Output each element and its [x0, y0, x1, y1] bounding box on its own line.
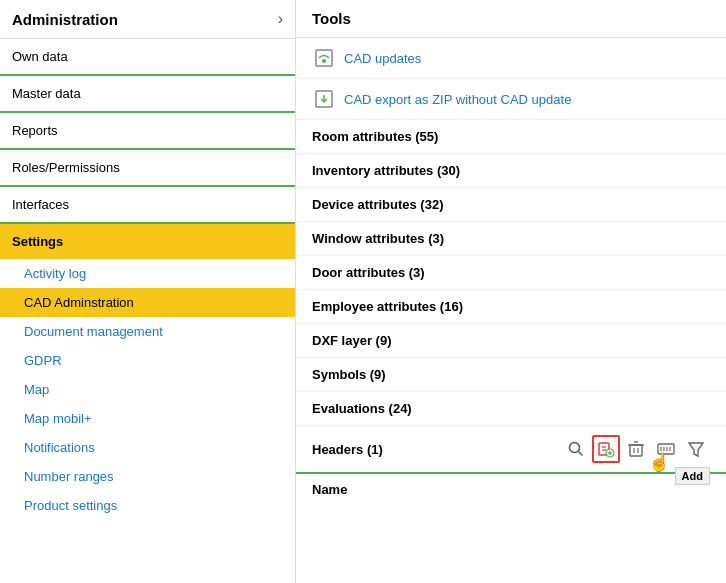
sidebar-header: Administration ›: [0, 0, 295, 39]
sidebar-sub-item-document-management[interactable]: Document management: [0, 317, 295, 346]
add-button[interactable]: [592, 435, 620, 463]
sidebar-item-master-data[interactable]: Master data: [0, 76, 295, 113]
sidebar-title: Administration: [12, 11, 118, 28]
svg-marker-22: [689, 443, 703, 456]
cad-export-icon: [312, 87, 336, 111]
name-column-header: Name: [296, 474, 726, 505]
main-header: Tools: [296, 0, 726, 38]
delete-button[interactable]: [622, 435, 650, 463]
sidebar-item-interfaces[interactable]: Interfaces: [0, 187, 295, 224]
svg-point-4: [570, 443, 580, 453]
svg-point-1: [322, 59, 326, 63]
attribute-item-evaluations[interactable]: Evaluations (24): [296, 392, 726, 426]
svg-line-5: [579, 452, 583, 456]
sidebar: Administration › Own data Master data Re…: [0, 0, 296, 583]
cad-updates-icon: [312, 46, 336, 70]
attribute-item-symbols[interactable]: Symbols (9): [296, 358, 726, 392]
headers-row: Headers (1): [296, 426, 726, 474]
tools-section: CAD updates CAD export as ZIP without CA…: [296, 38, 726, 120]
attribute-item-door[interactable]: Door attributes (3): [296, 256, 726, 290]
attribute-item-dxf-layer[interactable]: DXF layer (9): [296, 324, 726, 358]
tool-item-cad-updates[interactable]: CAD updates: [296, 38, 726, 79]
sidebar-item-roles-permissions[interactable]: Roles/Permissions: [0, 150, 295, 187]
cursor-icon: ☝: [648, 451, 670, 473]
sidebar-sub-item-map-mobil[interactable]: Map mobil+: [0, 404, 295, 433]
attribute-item-device[interactable]: Device attributes (32): [296, 188, 726, 222]
attribute-item-inventory[interactable]: Inventory attributes (30): [296, 154, 726, 188]
svg-rect-12: [630, 445, 642, 456]
attribute-item-room[interactable]: Room attributes (55): [296, 120, 726, 154]
sidebar-sub-item-product-settings[interactable]: Product settings: [0, 491, 295, 520]
sidebar-sub-item-map[interactable]: Map: [0, 375, 295, 404]
tool-item-cad-export[interactable]: CAD export as ZIP without CAD update: [296, 79, 726, 120]
sidebar-sub-item-activity-log[interactable]: Activity log: [0, 259, 295, 288]
search-button[interactable]: [562, 435, 590, 463]
sidebar-item-own-data[interactable]: Own data: [0, 39, 295, 76]
sidebar-item-reports[interactable]: Reports: [0, 113, 295, 150]
svg-rect-0: [316, 50, 332, 66]
attribute-item-employee[interactable]: Employee attributes (16): [296, 290, 726, 324]
sidebar-sub-item-gdpr[interactable]: GDPR: [0, 346, 295, 375]
main-content: Tools CAD updates CAD export as ZIP: [296, 0, 726, 583]
sidebar-sub-item-cad-administration[interactable]: CAD Adminstration: [0, 288, 295, 317]
add-tooltip: Add: [675, 467, 710, 485]
headers-label: Headers (1): [312, 442, 562, 457]
filter-button[interactable]: [682, 435, 710, 463]
sidebar-arrow-icon[interactable]: ›: [278, 10, 283, 28]
sidebar-item-settings[interactable]: Settings: [0, 224, 295, 259]
sidebar-sub-item-number-ranges[interactable]: Number ranges: [0, 462, 295, 491]
sidebar-sub-item-notifications[interactable]: Notifications: [0, 433, 295, 462]
attribute-item-window[interactable]: Window attributes (3): [296, 222, 726, 256]
toolbar-icons: Add ☝: [562, 435, 710, 463]
